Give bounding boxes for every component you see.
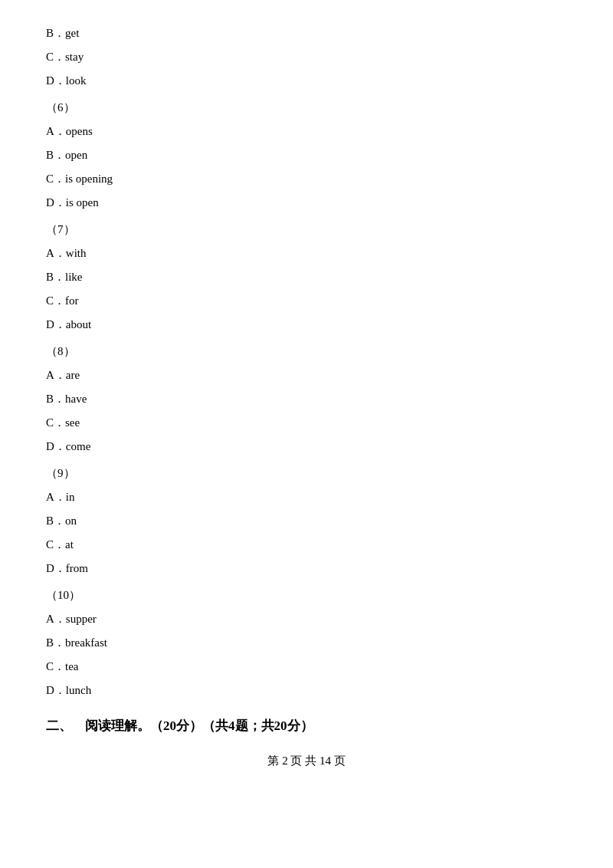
question-number-7: （7） — [46, 219, 567, 240]
q9-option-d: D．from — [46, 558, 567, 579]
option-text: look — [66, 74, 87, 87]
option-label: B． — [46, 27, 65, 39]
option-label: C． — [46, 660, 65, 672]
q8-option-b: B．have — [46, 389, 567, 409]
section-2-title: 阅读理解。（20分）（共4题；共20分） — [85, 718, 313, 733]
q9-option-b: B．on — [46, 511, 567, 531]
option-label: D． — [46, 74, 66, 87]
option-label: D． — [46, 318, 66, 330]
q8-option-d: D．come — [46, 436, 567, 457]
q7-option-d: D．about — [46, 314, 567, 335]
option-label: D． — [46, 440, 66, 452]
option-label: A． — [46, 247, 66, 259]
option-text: see — [65, 416, 80, 429]
q9-option-a: A．in — [46, 487, 567, 508]
option-group-prev: B．get C．stay D．look — [46, 23, 567, 91]
option-label: A． — [46, 125, 66, 137]
question-8: （8） A．are B．have C．see D．come — [46, 341, 567, 457]
option-text: is opening — [65, 173, 113, 185]
section-2-header: 二、 阅读理解。（20分）（共4题；共20分） — [46, 715, 567, 738]
option-text: at — [65, 538, 74, 551]
q6-option-a: A．opens — [46, 121, 567, 142]
option-label: C． — [46, 173, 65, 185]
q9-option-c: C．at — [46, 534, 567, 555]
q7-option-c: C．for — [46, 291, 567, 311]
option-label: B． — [46, 149, 65, 161]
option-text: have — [65, 393, 87, 405]
q7-option-a: A．with — [46, 243, 567, 264]
section-2-number: 二、 — [46, 718, 72, 733]
question-7: （7） A．with B．like C．for D．about — [46, 219, 567, 335]
option-text: with — [66, 247, 87, 259]
option-label: C． — [46, 538, 65, 551]
question-number-9: （9） — [46, 463, 567, 484]
option-text: stay — [65, 51, 84, 63]
option-text: breakfast — [65, 636, 107, 649]
option-text: opens — [66, 125, 93, 137]
option-label: B． — [46, 636, 65, 649]
option-label: C． — [46, 51, 65, 63]
q10-option-c: C．tea — [46, 656, 567, 677]
option-text: supper — [66, 613, 97, 625]
option-d-look: D．look — [46, 71, 567, 91]
option-text: get — [65, 27, 79, 39]
option-label: D． — [46, 196, 66, 209]
question-number-6: （6） — [46, 97, 567, 118]
option-text: from — [66, 562, 88, 574]
q7-option-b: B．like — [46, 267, 567, 288]
q10-option-b: B．breakfast — [46, 633, 567, 653]
question-9: （9） A．in B．on C．at D．from — [46, 463, 567, 579]
option-label: A． — [46, 369, 66, 381]
option-label: A． — [46, 613, 66, 625]
q8-option-c: C．see — [46, 413, 567, 433]
q6-option-d: D．is open — [46, 192, 567, 213]
option-label: C． — [46, 416, 65, 429]
page-footer: 第 2 页 共 14 页 — [46, 754, 567, 768]
option-text: are — [66, 369, 80, 381]
question-number-8: （8） — [46, 341, 567, 362]
option-label: B． — [46, 393, 65, 405]
q6-option-b: B．open — [46, 145, 567, 166]
question-number-10: （10） — [46, 585, 567, 606]
option-text: for — [65, 294, 79, 307]
option-b-get: B．get — [46, 23, 567, 44]
option-label: C． — [46, 294, 65, 307]
option-c-stay: C．stay — [46, 47, 567, 67]
option-label: B． — [46, 515, 65, 527]
page-number: 第 2 页 共 14 页 — [267, 755, 345, 767]
q10-option-d: D．lunch — [46, 680, 567, 701]
option-text: on — [65, 515, 77, 527]
q6-option-c: C．is opening — [46, 169, 567, 189]
option-text: in — [66, 491, 75, 503]
q10-option-a: A．supper — [46, 609, 567, 630]
option-text: is open — [66, 196, 99, 209]
option-label: D． — [46, 562, 66, 574]
question-6: （6） A．opens B．open C．is opening D．is ope… — [46, 97, 567, 213]
option-text: about — [66, 318, 91, 330]
question-10: （10） A．supper B．breakfast C．tea D．lunch — [46, 585, 567, 701]
option-label: B． — [46, 271, 65, 283]
q8-option-a: A．are — [46, 365, 567, 386]
option-text: come — [66, 440, 90, 452]
option-label: D． — [46, 684, 66, 696]
option-text: open — [65, 149, 87, 161]
option-text: lunch — [66, 684, 91, 696]
option-text: like — [65, 271, 83, 283]
option-label: A． — [46, 491, 66, 503]
option-text: tea — [65, 660, 78, 672]
